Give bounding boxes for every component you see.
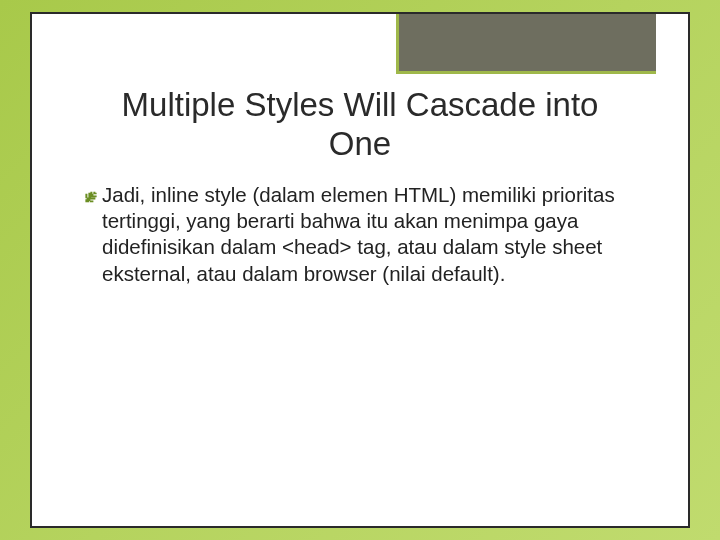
- slide-card: Multiple Styles Will Cascade into One ⸙ …: [30, 12, 690, 528]
- slide-title: Multiple Styles Will Cascade into One: [86, 86, 634, 164]
- body-text: Jadi, inline style (dalam elemen HTML) m…: [102, 182, 634, 287]
- bullet-icon: ⸙: [86, 182, 96, 208]
- body-block: ⸙ Jadi, inline style (dalam elemen HTML)…: [86, 182, 634, 287]
- decorative-corner-box: [396, 14, 656, 74]
